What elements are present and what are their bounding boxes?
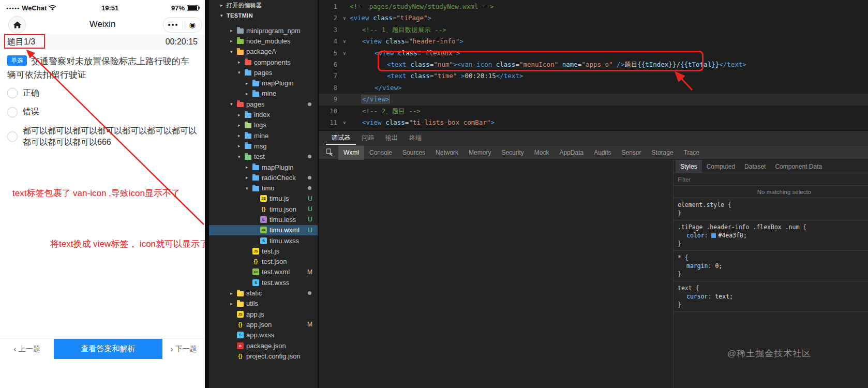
wxml-tree-pane — [319, 160, 673, 388]
code-line[interactable]: 5∨<view class="flexBox"> — [319, 48, 868, 59]
tree-file-project.config.json[interactable]: {}project.config.json — [209, 351, 318, 361]
quiz-options: 正确错误都可以都可以都可以都可以都可以都可以都可以都可以都可以都可以666 — [7, 84, 198, 152]
styles-filter-input[interactable]: Filter — [674, 173, 868, 186]
code-line[interactable]: 10<!-- 2、题目 --> — [319, 106, 868, 117]
css-declaration[interactable]: cursor: text; — [678, 292, 864, 301]
radio-circle-icon[interactable] — [7, 107, 18, 117]
next-question-button[interactable]: › 下一题 — [162, 339, 205, 359]
css-declaration[interactable]: margin: 0; — [678, 262, 864, 270]
code-line[interactable]: 4∨<view class="header-info"> — [319, 36, 868, 47]
rule-selector[interactable]: .tiPage .header-info .flexBox .num — [678, 223, 799, 231]
element-picker-icon[interactable] — [323, 147, 336, 158]
exit-target-icon[interactable]: ◉ — [183, 18, 202, 32]
devtools-tab-10[interactable]: Storage — [647, 145, 679, 160]
tree-file-app.wxss[interactable]: Sapp.wxss — [209, 330, 318, 340]
chevron-right-icon: ▸ — [246, 91, 252, 96]
styles-tab-1[interactable]: Computed — [702, 160, 740, 173]
tree-folder-pages[interactable]: ▾pages — [209, 99, 318, 109]
property-value: 0; — [715, 262, 722, 270]
quiz-option[interactable]: 错误 — [7, 102, 198, 121]
tree-folder-timu[interactable]: ▾timu — [209, 183, 318, 193]
tree-file-test.wxss[interactable]: Stest.wxss — [209, 277, 318, 288]
tree-folder-miniprogram_npm[interactable]: ▸miniprogram_npm — [209, 25, 318, 36]
tree-file-timu.wxss[interactable]: Stimu.wxss — [209, 235, 318, 246]
devtools-tab-0[interactable]: Wxml — [338, 145, 364, 160]
view-answer-button[interactable]: 查看答案和解析 — [54, 339, 162, 359]
rule-selector[interactable]: element.style — [678, 201, 724, 208]
code-line[interactable]: 3<!-- 1、题目数据展示 --> — [319, 24, 868, 36]
tree-file-test.wxml[interactable]: <>test.wxmlM — [209, 267, 318, 277]
code-token: class — [394, 49, 417, 57]
tree-folder-mine[interactable]: ▸mine — [209, 130, 318, 141]
tree-folder-mapPlugin[interactable]: ▸mapPlugin — [209, 78, 318, 88]
tree-file-package.json[interactable]: npackage.json — [209, 340, 318, 351]
tree-file-timu.less[interactable]: Ltimu.lessU — [209, 214, 318, 225]
tree-file-timu.js[interactable]: JStimu.jsU — [209, 193, 318, 204]
tree-folder-utils[interactable]: ▸utils — [209, 299, 318, 309]
devtools-tab-8[interactable]: Audits — [589, 145, 616, 160]
code-line[interactable]: 11∨<view class="ti-lists-box comBar"> — [319, 117, 868, 128]
chevron-right-icon: ▸ — [238, 112, 245, 117]
devtools-tab-5[interactable]: Security — [496, 145, 529, 160]
battery-icon — [187, 5, 199, 11]
project-header[interactable]: ▾ TESTMIN — [209, 10, 318, 21]
tree-folder-radioCheck[interactable]: ▸radioCheck — [209, 172, 318, 183]
code-line[interactable]: 2∨<view class="tiPage"> — [319, 12, 868, 24]
color-swatch[interactable] — [711, 233, 716, 238]
rule-selector[interactable]: text — [678, 285, 692, 292]
prev-question-button[interactable]: ‹ 上一题 — [0, 339, 54, 359]
tree-folder-msg[interactable]: ▸msg — [209, 141, 318, 151]
tree-folder-static[interactable]: ▸static — [209, 288, 318, 298]
open-editors-header[interactable]: ▸ 打开的编辑器 — [209, 0, 318, 10]
quiz-option[interactable]: 正确 — [7, 84, 198, 102]
tree-file-timu.wxml[interactable]: <>timu.wxmlU — [209, 225, 318, 235]
devtools-tab-4[interactable]: Memory — [463, 145, 496, 160]
devtools-tab-9[interactable]: Sensor — [617, 145, 647, 160]
debug-tab-3[interactable]: 终端 — [403, 131, 427, 145]
quiz-option[interactable]: 都可以都可以都可以都可以都可以都可以都可以都可以都可以都可以666 — [7, 122, 198, 152]
carrier-label: WeChat — [22, 4, 47, 12]
code-line[interactable]: 1<!-- pages/studyNew/studyNew.wxml --> — [319, 1, 868, 12]
file-label: timu.wxml — [270, 226, 300, 234]
styles-tab-2[interactable]: Dataset — [740, 160, 770, 173]
no-fold — [339, 106, 350, 117]
tree-folder-packageA[interactable]: ▾packageA — [209, 47, 318, 57]
code-line[interactable]: 9</view> — [319, 94, 868, 105]
debug-tab-1[interactable]: 问题 — [356, 131, 380, 145]
tree-folder-index[interactable]: ▸index — [209, 109, 318, 120]
tree-folder-test[interactable]: ▾test — [209, 152, 318, 162]
tree-file-test.js[interactable]: JStest.js — [209, 246, 318, 256]
tree-file-app.js[interactable]: JSapp.js — [209, 309, 318, 319]
radio-circle-icon[interactable] — [7, 88, 18, 98]
radio-circle-icon[interactable] — [7, 131, 18, 142]
modified-dot — [308, 291, 311, 295]
debug-tab-2[interactable]: 输出 — [380, 131, 403, 145]
debug-tab-0[interactable]: 调试器 — [326, 131, 356, 145]
styles-tab-3[interactable]: Component Data — [770, 160, 827, 173]
code-line[interactable]: 6<text class="num"><van-icon class="menu… — [319, 59, 868, 70]
devtools-tab-7[interactable]: AppData — [554, 145, 589, 160]
tree-file-test.json[interactable]: {}test.json — [209, 257, 318, 267]
more-menu-icon[interactable] — [163, 24, 183, 26]
devtools-tab-1[interactable]: Console — [364, 145, 397, 160]
devtools-tab-11[interactable]: Trace — [679, 145, 705, 160]
devtools-tab-2[interactable]: Sources — [397, 145, 430, 160]
code-line[interactable]: 8</view> — [319, 82, 868, 94]
rule-selector[interactable]: * — [678, 254, 681, 261]
tree-file-app.json[interactable]: {}app.jsonM — [209, 319, 318, 330]
file-label: utils — [246, 300, 258, 307]
devtools-tab-6[interactable]: Mock — [529, 145, 555, 160]
tree-folder-components[interactable]: ▸components — [209, 57, 318, 67]
tree-folder-pages[interactable]: ▾pages — [209, 67, 318, 78]
code-line[interactable]: 7<text class="time" >00:20:15</text> — [319, 70, 868, 82]
tree-folder-mapPlugin[interactable]: ▸mapPlugin — [209, 162, 318, 172]
css-rule: text {cursor: text;} — [674, 281, 868, 312]
devtools-tab-3[interactable]: Network — [430, 145, 463, 160]
css-declaration[interactable]: color: #4ea3f8; — [678, 231, 864, 240]
tree-folder-mine[interactable]: ▸mine — [209, 88, 318, 99]
tree-file-timu.json[interactable]: {}timu.jsonU — [209, 204, 318, 214]
tree-folder-logs[interactable]: ▸logs — [209, 120, 318, 130]
devtools-tab-bar: WxmlConsoleSourcesNetworkMemorySecurityM… — [338, 145, 705, 160]
styles-tab-0[interactable]: Styles — [676, 160, 702, 173]
tree-folder-node_modules[interactable]: ▸node_modules — [209, 36, 318, 46]
